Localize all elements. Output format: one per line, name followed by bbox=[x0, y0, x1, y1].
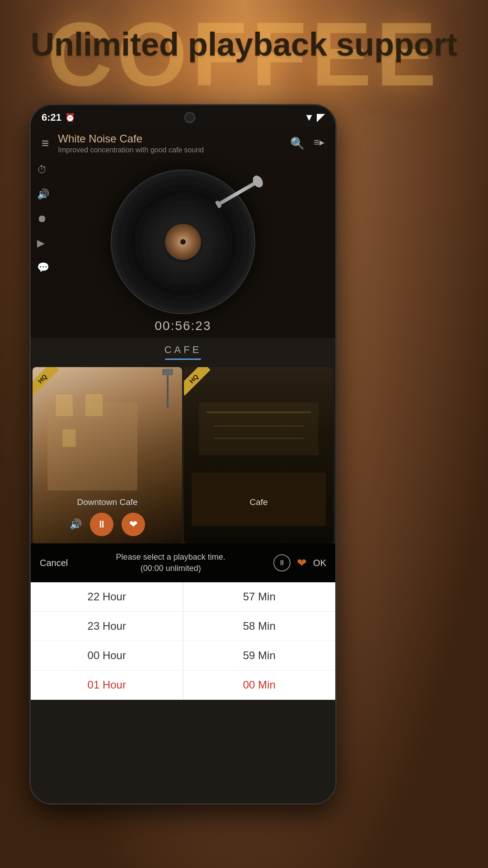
chat-icon[interactable]: 💬 bbox=[37, 262, 49, 274]
hour-01[interactable]: 01 Hour bbox=[31, 670, 183, 700]
phone-screen: 6:21 ⏰ ▼ ◤ ≡ White Noise Cafe Improved c… bbox=[31, 105, 335, 803]
ok-button[interactable]: OK bbox=[313, 558, 326, 568]
minutes-column[interactable]: 57 Min 58 Min 59 Min 00 Min bbox=[183, 582, 336, 700]
hero-title: Unlimited playback support bbox=[0, 25, 488, 64]
header-title-area: White Noise Cafe Improved concentration … bbox=[58, 132, 290, 154]
hq-badge-downtown bbox=[33, 367, 64, 399]
hour-00[interactable]: 00 Hour bbox=[31, 641, 183, 670]
sound-card-downtown[interactable]: Downtown Cafe 🔊 ⏸ ❤ bbox=[33, 367, 182, 543]
playback-msg-line1: Please select a playback time. bbox=[73, 552, 268, 563]
min-58[interactable]: 58 Min bbox=[183, 612, 336, 641]
min-00[interactable]: 00 Min bbox=[183, 670, 336, 700]
side-icons: ⏱ 🔊 ⏺ ▶ 💬 bbox=[37, 164, 49, 274]
volume-icon[interactable]: 🔊 bbox=[37, 189, 49, 200]
window-2 bbox=[85, 394, 103, 416]
playlist-button[interactable]: ≡▸ bbox=[314, 137, 324, 151]
menu-button[interactable]: ≡ bbox=[42, 136, 49, 151]
playback-heart-icon[interactable]: ❤ bbox=[297, 556, 307, 570]
record-icon[interactable]: ⏺ bbox=[37, 213, 49, 225]
min-59[interactable]: 59 Min bbox=[183, 641, 336, 670]
timer-display: 00:56:23 bbox=[155, 319, 211, 333]
card-label-downtown: Downtown Cafe bbox=[33, 497, 182, 507]
pause-button-downtown[interactable]: ⏸ bbox=[90, 513, 113, 536]
min-57[interactable]: 57 Min bbox=[183, 582, 336, 612]
playback-controls: ⏸ ❤ OK bbox=[273, 554, 326, 571]
cafe-text-line2 bbox=[214, 425, 304, 427]
playlist-side-icon[interactable]: ▶ bbox=[37, 237, 49, 249]
sound-card-cafe[interactable]: Cafe bbox=[184, 367, 333, 543]
status-time: 6:21 bbox=[42, 112, 61, 123]
favorite-button-downtown[interactable]: ❤ bbox=[122, 513, 145, 536]
playback-pause-button[interactable]: ⏸ bbox=[273, 554, 291, 571]
volume-ctrl-downtown[interactable]: 🔊 bbox=[70, 519, 82, 530]
playback-message: Please select a playback time. (00:00 un… bbox=[73, 552, 268, 574]
phone-frame: 6:21 ⏰ ▼ ◤ ≡ White Noise Cafe Improved c… bbox=[29, 104, 337, 805]
wifi-icon: ▼ bbox=[304, 112, 314, 123]
cafe-text-line3 bbox=[214, 438, 304, 439]
hour-22[interactable]: 22 Hour bbox=[31, 582, 183, 612]
signal-icon: ◤ bbox=[317, 112, 324, 123]
camera-notch bbox=[184, 112, 195, 123]
sound-grid: Downtown Cafe 🔊 ⏸ ❤ Cafe bbox=[31, 367, 335, 543]
playback-bar: Cancel Please select a playback time. (0… bbox=[31, 543, 335, 582]
search-button[interactable]: 🔍 bbox=[290, 137, 305, 151]
timer-icon[interactable]: ⏱ bbox=[37, 164, 49, 176]
header-actions: 🔍 ≡▸ bbox=[290, 137, 324, 151]
vinyl-record bbox=[111, 170, 255, 314]
cancel-button[interactable]: Cancel bbox=[40, 558, 68, 568]
vinyl-center bbox=[165, 224, 201, 260]
card-label-cafe: Cafe bbox=[184, 497, 333, 507]
playback-msg-line2: (00:00 unlimited) bbox=[73, 563, 268, 574]
category-underline bbox=[165, 359, 201, 360]
alarm-icon: ⏰ bbox=[65, 113, 75, 123]
hours-column[interactable]: 22 Hour 23 Hour 00 Hour 01 Hour bbox=[31, 582, 183, 700]
hero-section: Unlimited playback support bbox=[0, 25, 488, 64]
app-header: ≡ White Noise Cafe Improved concentratio… bbox=[31, 126, 335, 160]
category-label: CAFE bbox=[31, 344, 335, 356]
card-controls-downtown: 🔊 ⏸ ❤ bbox=[33, 513, 182, 536]
app-subtitle: Improved concentration with good cafe so… bbox=[58, 146, 290, 154]
vinyl-player bbox=[111, 170, 255, 314]
cafe-sign bbox=[199, 402, 319, 455]
hq-badge-cafe bbox=[184, 367, 216, 399]
cafe-text-line1 bbox=[206, 411, 311, 413]
hour-23[interactable]: 23 Hour bbox=[31, 612, 183, 641]
app-title: White Noise Cafe bbox=[58, 132, 290, 145]
player-area: 00:56:23 bbox=[31, 160, 335, 338]
status-bar: 6:21 ⏰ ▼ ◤ bbox=[31, 105, 335, 126]
time-picker[interactable]: 22 Hour 23 Hour 00 Hour 01 Hour 57 Min 5… bbox=[31, 582, 335, 700]
street-lamp bbox=[167, 372, 169, 408]
window-3 bbox=[62, 429, 76, 447]
